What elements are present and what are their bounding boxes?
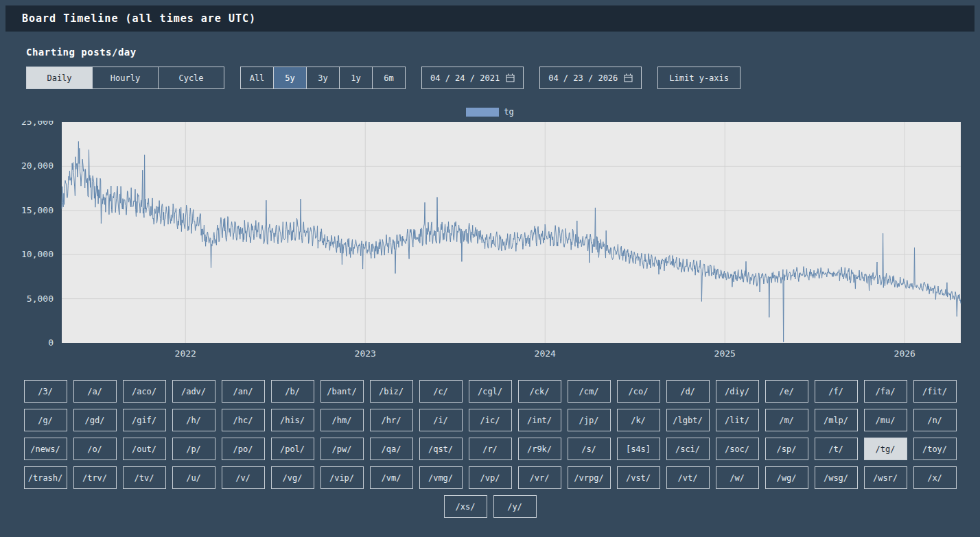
board-button-toy[interactable]: /toy/ xyxy=(913,438,957,460)
board-button-r[interactable]: /r/ xyxy=(469,438,512,460)
board-button-lgbt[interactable]: /lgbt/ xyxy=(666,409,710,431)
board-button-jp[interactable]: /jp/ xyxy=(568,409,611,431)
chart-container: 05,00010,00015,00020,00025,0002022202320… xyxy=(14,121,980,362)
board-button-d[interactable]: /d/ xyxy=(666,380,710,403)
start-date-input[interactable]: 04 / 24 / 2021 xyxy=(421,67,524,89)
range-button-6m[interactable]: 6m xyxy=(372,67,406,89)
board-button-an[interactable]: /an/ xyxy=(222,380,265,403)
board-button-tg[interactable]: /tg/ xyxy=(864,438,907,460)
board-button-s4s[interactable]: [s4s] xyxy=(617,438,660,460)
board-button-v[interactable]: /v/ xyxy=(222,466,265,489)
board-button-mlp[interactable]: /mlp/ xyxy=(815,409,858,431)
mode-button-daily[interactable]: Daily xyxy=(26,67,93,89)
board-button-po[interactable]: /po/ xyxy=(222,438,265,460)
range-button-1y[interactable]: 1y xyxy=(339,67,373,89)
section-label: Charting posts/day xyxy=(26,47,980,58)
board-button-vmg[interactable]: /vmg/ xyxy=(419,466,463,489)
board-button-pol[interactable]: /pol/ xyxy=(271,438,314,460)
board-button-qst[interactable]: /qst/ xyxy=(419,438,463,460)
board-button-r9k[interactable]: /r9k/ xyxy=(518,438,561,460)
board-button-cgl[interactable]: /cgl/ xyxy=(469,380,512,403)
board-button-vp[interactable]: /vp/ xyxy=(469,466,512,489)
board-button-k[interactable]: /k/ xyxy=(617,409,660,431)
board-button-o[interactable]: /o/ xyxy=(73,438,117,460)
board-button-ic[interactable]: /ic/ xyxy=(469,409,512,431)
board-button-t[interactable]: /t/ xyxy=(815,438,858,460)
board-button-u[interactable]: /u/ xyxy=(172,466,215,489)
board-button-m[interactable]: /m/ xyxy=(765,409,808,431)
board-button-biz[interactable]: /biz/ xyxy=(370,380,413,403)
board-button-sci[interactable]: /sci/ xyxy=(666,438,710,460)
start-date-value: 04 / 24 / 2021 xyxy=(430,73,500,83)
board-button-vst[interactable]: /vst/ xyxy=(617,466,660,489)
board-button-soc[interactable]: /soc/ xyxy=(716,438,759,460)
board-button-y[interactable]: /y/ xyxy=(493,495,537,518)
mode-button-cycle[interactable]: Cycle xyxy=(158,67,224,89)
board-button-n[interactable]: /n/ xyxy=(913,409,957,431)
board-button-hm[interactable]: /hm/ xyxy=(320,409,364,431)
board-button-out[interactable]: /out/ xyxy=(123,438,166,460)
svg-text:2025: 2025 xyxy=(714,348,736,359)
board-button-e[interactable]: /e/ xyxy=(765,380,808,403)
page-title: Board Timeline (all times are UTC) xyxy=(22,12,256,25)
range-button-all[interactable]: All xyxy=(240,67,274,89)
board-button-tv[interactable]: /tv/ xyxy=(123,466,166,489)
board-button-wsg[interactable]: /wsg/ xyxy=(815,466,858,489)
board-button-fit[interactable]: /fit/ xyxy=(913,380,957,403)
board-button-vt[interactable]: /vt/ xyxy=(666,466,710,489)
board-button-a[interactable]: /a/ xyxy=(73,380,117,403)
board-button-trv[interactable]: /trv/ xyxy=(73,466,117,489)
board-button-trash[interactable]: /trash/ xyxy=(24,466,67,489)
board-button-co[interactable]: /co/ xyxy=(617,380,660,403)
svg-text:15,000: 15,000 xyxy=(21,205,54,215)
board-button-wg[interactable]: /wg/ xyxy=(765,466,808,489)
board-button-lit[interactable]: /lit/ xyxy=(716,409,759,431)
svg-text:2023: 2023 xyxy=(355,348,376,359)
board-button-wsr[interactable]: /wsr/ xyxy=(864,466,907,489)
board-button-p[interactable]: /p/ xyxy=(172,438,215,460)
board-button-mu[interactable]: /mu/ xyxy=(864,409,907,431)
board-button-news[interactable]: /news/ xyxy=(24,438,67,460)
board-button-his[interactable]: /his/ xyxy=(271,409,314,431)
board-button-h[interactable]: /h/ xyxy=(172,409,215,431)
limit-y-axis-button[interactable]: Limit y-axis xyxy=(657,67,740,89)
board-button-i[interactable]: /i/ xyxy=(419,409,463,431)
board-button-gd[interactable]: /gd/ xyxy=(73,409,117,431)
board-button-w[interactable]: /w/ xyxy=(716,466,759,489)
range-button-5y[interactable]: 5y xyxy=(273,67,307,89)
board-button-vg[interactable]: /vg/ xyxy=(271,466,314,489)
board-button-sp[interactable]: /sp/ xyxy=(765,438,808,460)
mode-button-hourly[interactable]: Hourly xyxy=(92,67,159,89)
calendar-icon xyxy=(624,73,633,82)
board-button-g[interactable]: /g/ xyxy=(24,409,67,431)
board-button-vrpg[interactable]: /vrpg/ xyxy=(568,466,611,489)
board-button-f[interactable]: /f/ xyxy=(815,380,858,403)
end-date-value: 04 / 23 / 2026 xyxy=(548,73,618,83)
board-button-gif[interactable]: /gif/ xyxy=(123,409,166,431)
board-button-aco[interactable]: /aco/ xyxy=(123,380,166,403)
board-button-s[interactable]: /s/ xyxy=(568,438,611,460)
board-button-3[interactable]: /3/ xyxy=(24,380,67,403)
board-button-b[interactable]: /b/ xyxy=(271,380,314,403)
board-button-cm[interactable]: /cm/ xyxy=(568,380,611,403)
board-button-int[interactable]: /int/ xyxy=(518,409,561,431)
board-button-vm[interactable]: /vm/ xyxy=(370,466,413,489)
board-button-qa[interactable]: /qa/ xyxy=(370,438,413,460)
board-button-diy[interactable]: /diy/ xyxy=(716,380,759,403)
board-button-fa[interactable]: /fa/ xyxy=(864,380,907,403)
board-button-adv[interactable]: /adv/ xyxy=(172,380,215,403)
legend-label: tg xyxy=(504,107,513,117)
board-button-hr[interactable]: /hr/ xyxy=(370,409,413,431)
board-button-bant[interactable]: /bant/ xyxy=(320,380,364,403)
range-button-3y[interactable]: 3y xyxy=(306,67,340,89)
board-button-c[interactable]: /c/ xyxy=(419,380,463,403)
board-button-xs[interactable]: /xs/ xyxy=(444,495,487,518)
board-button-x[interactable]: /x/ xyxy=(913,466,957,489)
board-button-vip[interactable]: /vip/ xyxy=(320,466,364,489)
board-button-hc[interactable]: /hc/ xyxy=(222,409,265,431)
board-button-pw[interactable]: /pw/ xyxy=(320,438,364,460)
board-button-vr[interactable]: /vr/ xyxy=(518,466,561,489)
board-button-ck[interactable]: /ck/ xyxy=(518,380,561,403)
end-date-input[interactable]: 04 / 23 / 2026 xyxy=(539,67,642,89)
board-grid: /3//a//aco//adv//an//b//bant//biz//c//cg… xyxy=(22,380,958,518)
